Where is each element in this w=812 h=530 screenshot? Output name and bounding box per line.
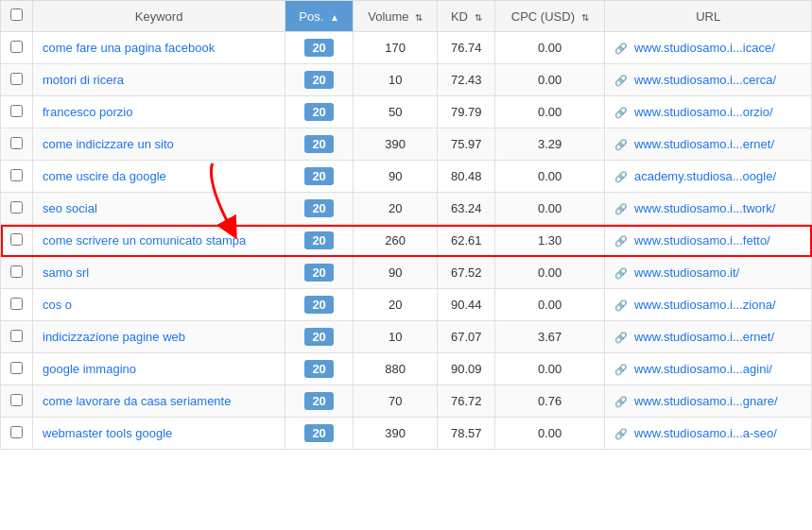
row-checkbox-cell[interactable] bbox=[1, 128, 33, 161]
table-row: come indicizzare un sito 20 390 75.97 3.… bbox=[1, 128, 812, 161]
url-cell: 🔗 www.studiosamo.i...gnare/ bbox=[605, 385, 812, 418]
pos-badge: 20 bbox=[304, 264, 333, 282]
select-all-checkbox[interactable] bbox=[10, 9, 23, 21]
url-link[interactable]: www.studiosamo.i...fetto/ bbox=[634, 233, 770, 248]
external-link-icon: 🔗 bbox=[614, 396, 628, 407]
pos-badge: 20 bbox=[304, 231, 333, 249]
keyword-link[interactable]: motori di ricera bbox=[43, 73, 124, 87]
kd-cell: 67.07 bbox=[438, 321, 495, 353]
row-checkbox[interactable] bbox=[10, 201, 23, 214]
keyword-link[interactable]: cos o bbox=[43, 298, 72, 312]
external-link-icon: 🔗 bbox=[614, 428, 628, 439]
keyword-link[interactable]: come indicizzare un sito bbox=[43, 137, 174, 151]
row-checkbox-cell[interactable] bbox=[1, 418, 33, 450]
cpc-cell: 1.30 bbox=[495, 225, 605, 257]
url-link[interactable]: www.studiosamo.i...ernet/ bbox=[634, 137, 774, 151]
row-checkbox-cell[interactable] bbox=[1, 289, 33, 321]
url-link[interactable]: www.studiosamo.it/ bbox=[634, 265, 739, 280]
row-checkbox-cell[interactable] bbox=[1, 193, 33, 225]
cpc-cell: 0.76 bbox=[495, 385, 605, 418]
row-checkbox-cell[interactable] bbox=[1, 385, 33, 418]
kd-cell: 90.44 bbox=[438, 289, 495, 321]
keyword-link[interactable]: seo social bbox=[43, 201, 97, 215]
keyword-link[interactable]: google immagino bbox=[43, 362, 136, 376]
pos-header-label: Pos. bbox=[299, 9, 323, 24]
url-link[interactable]: academy.studiosa...oogle/ bbox=[634, 169, 776, 183]
row-checkbox[interactable] bbox=[10, 169, 23, 181]
kd-column-header[interactable]: KD ⇅ bbox=[438, 1, 495, 32]
row-checkbox[interactable] bbox=[10, 73, 23, 85]
row-checkbox[interactable] bbox=[10, 265, 23, 278]
row-checkbox-cell[interactable] bbox=[1, 321, 33, 353]
url-cell: 🔗 www.studiosamo.i...ziona/ bbox=[605, 289, 812, 321]
url-link[interactable]: www.studiosamo.i...orzio/ bbox=[634, 105, 773, 119]
volume-column-header[interactable]: Volume ⇅ bbox=[354, 1, 438, 32]
cpc-cell: 0.00 bbox=[495, 353, 605, 385]
row-checkbox[interactable] bbox=[10, 105, 23, 117]
keyword-link[interactable]: indicizzazione pagine web bbox=[43, 330, 185, 344]
url-link[interactable]: www.studiosamo.i...ziona/ bbox=[634, 298, 776, 312]
keyword-cell: come scrivere un comunicato stampa bbox=[33, 225, 285, 257]
keyword-column-header[interactable]: Keyword bbox=[33, 1, 285, 32]
url-link[interactable]: www.studiosamo.i...ernet/ bbox=[634, 330, 774, 344]
kd-cell: 76.72 bbox=[438, 385, 495, 418]
pos-badge: 20 bbox=[304, 167, 333, 185]
row-checkbox[interactable] bbox=[10, 394, 23, 406]
row-checkbox-cell[interactable] bbox=[1, 353, 33, 385]
row-checkbox-cell[interactable] bbox=[1, 225, 33, 257]
pos-cell: 20 bbox=[285, 353, 354, 385]
row-checkbox[interactable] bbox=[10, 426, 23, 438]
keyword-link[interactable]: samo srl bbox=[43, 265, 89, 280]
keyword-link[interactable]: webmaster tools google bbox=[43, 426, 172, 440]
keyword-link[interactable]: come scrivere un comunicato stampa bbox=[43, 233, 246, 248]
row-checkbox-cell[interactable] bbox=[1, 96, 33, 128]
url-link[interactable]: www.studiosamo.i...a-seo/ bbox=[634, 426, 777, 440]
cpc-cell: 0.00 bbox=[495, 418, 605, 450]
row-checkbox-cell[interactable] bbox=[1, 257, 33, 289]
kd-cell: 62.61 bbox=[438, 225, 495, 257]
url-cell: 🔗 www.studiosamo.it/ bbox=[605, 257, 812, 289]
cpc-cell: 0.00 bbox=[495, 257, 605, 289]
url-column-header[interactable]: URL bbox=[605, 1, 812, 32]
pos-badge: 20 bbox=[304, 360, 333, 378]
keyword-link[interactable]: come fare una pagina facebook bbox=[43, 41, 215, 55]
row-checkbox-cell[interactable] bbox=[1, 64, 33, 96]
volume-cell: 390 bbox=[354, 418, 438, 450]
row-checkbox[interactable] bbox=[10, 298, 23, 310]
url-link[interactable]: www.studiosamo.i...twork/ bbox=[634, 201, 776, 215]
row-checkbox[interactable] bbox=[10, 233, 23, 246]
keyword-link[interactable]: come uscire da google bbox=[43, 169, 166, 183]
row-checkbox[interactable] bbox=[10, 330, 23, 342]
url-link[interactable]: www.studiosamo.i...cerca/ bbox=[634, 73, 776, 87]
row-checkbox[interactable] bbox=[10, 137, 23, 149]
table-row: cos o 20 20 90.44 0.00 🔗 www.studiosamo.… bbox=[1, 289, 812, 321]
volume-header-label: Volume bbox=[368, 9, 408, 24]
volume-cell: 90 bbox=[354, 161, 438, 193]
keyword-cell: come lavorare da casa seriamente bbox=[33, 385, 285, 418]
keyword-cell: webmaster tools google bbox=[33, 418, 285, 450]
row-checkbox[interactable] bbox=[10, 41, 23, 53]
pos-badge: 20 bbox=[304, 71, 333, 89]
row-checkbox-cell[interactable] bbox=[1, 32, 33, 64]
url-link[interactable]: www.studiosamo.i...agini/ bbox=[634, 362, 772, 376]
row-checkbox[interactable] bbox=[10, 362, 23, 374]
external-link-icon: 🔗 bbox=[614, 75, 628, 86]
keyword-link[interactable]: francesco porzio bbox=[43, 105, 132, 119]
table-row: samo srl 20 90 67.52 0.00 🔗 www.studiosa… bbox=[1, 257, 812, 289]
select-all-checkbox-header[interactable] bbox=[1, 1, 33, 32]
cpc-cell: 0.00 bbox=[495, 289, 605, 321]
url-link[interactable]: www.studiosamo.i...gnare/ bbox=[634, 394, 778, 408]
cpc-column-header[interactable]: CPC (USD) ⇅ bbox=[495, 1, 605, 32]
pos-cell: 20 bbox=[285, 225, 354, 257]
keyword-cell: cos o bbox=[33, 289, 285, 321]
pos-cell: 20 bbox=[285, 193, 354, 225]
keyword-link[interactable]: come lavorare da casa seriamente bbox=[43, 394, 231, 408]
pos-cell: 20 bbox=[285, 64, 354, 96]
row-checkbox-cell[interactable] bbox=[1, 161, 33, 193]
pos-cell: 20 bbox=[285, 418, 354, 450]
url-link[interactable]: www.studiosamo.i...icace/ bbox=[634, 41, 775, 55]
kd-cell: 90.09 bbox=[438, 353, 495, 385]
pos-column-header[interactable]: Pos. ▲ bbox=[285, 1, 354, 32]
url-cell: 🔗 www.studiosamo.i...fetto/ bbox=[605, 225, 812, 257]
url-cell: 🔗 www.studiosamo.i...cerca/ bbox=[605, 64, 812, 96]
